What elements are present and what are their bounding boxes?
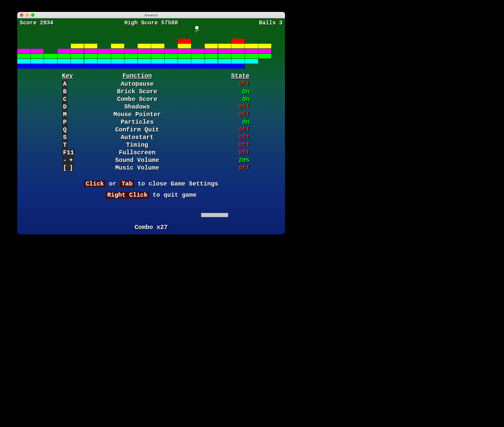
brick bbox=[178, 44, 191, 48]
keycap[interactable]: ] bbox=[68, 164, 74, 172]
hud: Score 2934 High Score 57588 Balls 3 bbox=[17, 20, 285, 26]
titlebar[interactable]: Breakout bbox=[17, 12, 285, 18]
keycap[interactable]: + bbox=[68, 157, 74, 164]
state-cell: Off bbox=[199, 134, 249, 141]
brick bbox=[178, 59, 191, 64]
key-cell: T bbox=[17, 141, 76, 149]
brick bbox=[205, 59, 218, 64]
brick bbox=[151, 44, 165, 48]
keycap[interactable]: T bbox=[62, 141, 68, 149]
state-cell: Off bbox=[199, 149, 249, 157]
particle bbox=[196, 32, 197, 32]
brick-row bbox=[17, 54, 285, 59]
hint-tab-cap[interactable]: Tab bbox=[120, 180, 134, 187]
brick bbox=[84, 54, 98, 58]
hint-rightclick-cap[interactable]: Right Click bbox=[106, 192, 149, 199]
settings-row: -+Sound Volume20% bbox=[17, 157, 285, 164]
paddle[interactable] bbox=[201, 213, 228, 217]
keycap[interactable]: P bbox=[62, 118, 68, 126]
keycap[interactable]: S bbox=[62, 134, 68, 141]
brick bbox=[165, 54, 178, 58]
settings-row: CCombo ScoreOn bbox=[17, 96, 285, 103]
brick bbox=[31, 59, 44, 64]
key-cell: C bbox=[17, 96, 76, 103]
brick bbox=[231, 64, 245, 69]
keycap[interactable]: A bbox=[62, 80, 68, 88]
combo-text: Combo x27 bbox=[17, 224, 285, 231]
brick bbox=[124, 49, 138, 53]
brick bbox=[165, 64, 178, 69]
keycap[interactable]: B bbox=[62, 88, 68, 96]
hint-click-cap[interactable]: Click bbox=[84, 180, 105, 187]
brick bbox=[84, 64, 98, 69]
brick bbox=[191, 59, 205, 64]
header-state: State bbox=[199, 72, 249, 80]
brick bbox=[124, 59, 138, 64]
settings-header-row: Key Function State bbox=[17, 72, 285, 80]
keycap[interactable]: Q bbox=[62, 126, 68, 134]
key-cell: [] bbox=[17, 164, 76, 172]
brick bbox=[31, 49, 44, 53]
brick bbox=[151, 54, 165, 58]
keycap[interactable]: F11 bbox=[62, 149, 75, 157]
brick bbox=[178, 39, 191, 43]
brick bbox=[205, 44, 218, 48]
brick bbox=[111, 49, 124, 53]
brick bbox=[44, 59, 57, 64]
brick bbox=[218, 54, 232, 58]
brick bbox=[138, 54, 151, 58]
settings-row: MMouse PointerOff bbox=[17, 111, 285, 118]
brick bbox=[17, 64, 31, 69]
header-func: Function bbox=[76, 72, 199, 80]
brick bbox=[44, 64, 57, 69]
brick bbox=[218, 64, 232, 69]
settings-row: SAutostartOff bbox=[17, 134, 285, 141]
brick bbox=[191, 54, 205, 58]
brick bbox=[231, 54, 245, 58]
brick bbox=[205, 49, 218, 53]
brick bbox=[138, 44, 151, 48]
keycap[interactable]: - bbox=[62, 157, 68, 164]
brick bbox=[84, 59, 98, 64]
keycap[interactable]: [ bbox=[62, 164, 68, 172]
brick bbox=[178, 54, 191, 58]
brick bbox=[245, 59, 258, 64]
settings-row: PParticlesOn bbox=[17, 118, 285, 126]
settings-overlay: Key Function State AAutopauseOffBBrick S… bbox=[17, 72, 285, 172]
keycap[interactable]: D bbox=[62, 103, 68, 111]
brick bbox=[44, 54, 57, 58]
brick bbox=[151, 49, 165, 53]
state-cell: Off bbox=[199, 103, 249, 111]
brick-row bbox=[17, 64, 285, 69]
brick bbox=[57, 64, 71, 69]
keycap[interactable]: M bbox=[62, 111, 68, 118]
brick bbox=[231, 44, 245, 48]
window-title: Breakout bbox=[17, 13, 285, 17]
brick bbox=[98, 64, 111, 69]
brick bbox=[71, 59, 84, 64]
key-cell: D bbox=[17, 103, 76, 111]
function-cell: Music Volume bbox=[76, 164, 199, 172]
key-cell: M bbox=[17, 111, 76, 118]
state-cell: Off bbox=[199, 111, 249, 118]
key-cell: A bbox=[17, 80, 76, 88]
brick bbox=[111, 54, 124, 58]
keycap[interactable]: C bbox=[62, 96, 68, 103]
brick bbox=[71, 44, 84, 48]
brick bbox=[84, 49, 98, 53]
brick bbox=[111, 64, 124, 69]
game-canvas[interactable]: Score 2934 High Score 57588 Balls 3 Key … bbox=[17, 18, 285, 234]
brick-row bbox=[17, 39, 285, 44]
function-cell: Autopause bbox=[76, 80, 199, 88]
settings-row: QConfirm QuitOff bbox=[17, 126, 285, 134]
settings-row: DShadowsOff bbox=[17, 103, 285, 111]
brick bbox=[17, 49, 31, 53]
settings-row: TTimingOff bbox=[17, 141, 285, 149]
hint-line-1: Click or Tab to close Game Settings bbox=[17, 178, 285, 190]
brick bbox=[124, 64, 138, 69]
function-cell: Confirm Quit bbox=[76, 126, 199, 134]
brick bbox=[111, 59, 124, 64]
brick bbox=[71, 49, 84, 53]
function-cell: Particles bbox=[76, 118, 199, 126]
brick bbox=[138, 64, 151, 69]
